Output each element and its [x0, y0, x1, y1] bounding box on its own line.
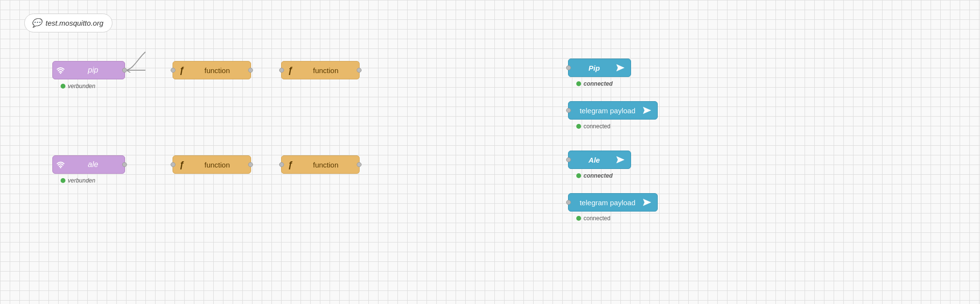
svg-marker-4: [616, 156, 624, 163]
status-label-out-tg1: connected: [584, 123, 610, 130]
status-label-ale: verbunden: [68, 177, 95, 184]
out-ale-label: Ale: [573, 156, 615, 164]
out-pip-label: Pip: [573, 64, 615, 72]
info-box: 💬 test.mosquitto.org: [24, 14, 112, 32]
mqtt-ale-output-port[interactable]: [122, 162, 127, 167]
out-ale-status: connected: [576, 172, 613, 179]
func2-top-output-port[interactable]: [357, 68, 362, 73]
out-telegram2-label: telegram payload: [573, 198, 642, 207]
out-telegram1-input-port[interactable]: [566, 108, 571, 113]
mqtt-pip-label: pip: [68, 66, 118, 75]
mqtt-ale-status: verbunden: [61, 177, 95, 184]
send-icon-pip: [615, 62, 626, 73]
function-node-2-bot[interactable]: ƒ function: [281, 155, 360, 174]
status-dot-out-tg2: [576, 216, 581, 221]
wifi-icon-ale: [53, 156, 68, 173]
svg-marker-3: [643, 107, 651, 114]
send-icon-ale: [615, 154, 626, 165]
out-pip-input-port[interactable]: [566, 65, 571, 70]
func2-top-input-port[interactable]: [279, 68, 284, 73]
function-node-1-top[interactable]: ƒ function: [173, 61, 251, 79]
status-dot-pip: [61, 84, 65, 89]
mqtt-pip-node[interactable]: pip verbunden: [52, 61, 125, 79]
svg-marker-5: [643, 199, 651, 206]
func2-bot-input-port[interactable]: [279, 162, 284, 167]
output-pip-node[interactable]: Pip connected: [568, 59, 631, 77]
status-label-out-ale: connected: [584, 172, 613, 179]
out-ale-input-port[interactable]: [566, 157, 571, 162]
function-node-2-top[interactable]: ƒ function: [281, 61, 360, 79]
status-dot-ale: [61, 178, 65, 183]
out-telegram1-status: connected: [576, 123, 610, 130]
send-icon-telegram1: [642, 105, 652, 116]
func1-top-label: function: [190, 66, 244, 75]
out-telegram2-input-port[interactable]: [566, 200, 571, 205]
output-telegram2-node[interactable]: telegram payload connected: [568, 193, 658, 212]
canvas-background: [0, 0, 980, 304]
out-telegram1-label: telegram payload: [573, 106, 642, 115]
mqtt-pip-status: verbunden: [61, 83, 95, 90]
output-ale-node[interactable]: Ale connected: [568, 151, 631, 169]
function-icon-2t: ƒ: [282, 61, 299, 79]
status-dot-out-tg1: [576, 124, 581, 129]
out-telegram2-status: connected: [576, 215, 610, 222]
function-icon-1t: ƒ: [173, 61, 190, 79]
status-dot-out-ale: [576, 173, 581, 178]
status-label-pip: verbunden: [68, 83, 95, 90]
svg-marker-2: [616, 64, 624, 71]
mqtt-ale-label: ale: [68, 160, 118, 169]
server-address: test.mosquitto.org: [46, 19, 103, 27]
func1-top-input-port[interactable]: [171, 68, 175, 73]
status-dot-out-pip: [576, 81, 581, 86]
status-label-out-pip: connected: [584, 80, 613, 87]
func2-bot-label: function: [299, 161, 352, 169]
function-icon-2b: ƒ: [282, 156, 299, 173]
wifi-icon: [53, 61, 68, 79]
func2-top-label: function: [299, 66, 352, 75]
mqtt-pip-output-port[interactable]: [122, 68, 127, 73]
mqtt-ale-node[interactable]: ale verbunden: [52, 155, 125, 174]
chat-icon: 💬: [32, 18, 42, 28]
func1-bot-label: function: [190, 161, 244, 169]
out-pip-status: connected: [576, 80, 613, 87]
func1-bot-output-port[interactable]: [248, 162, 253, 167]
func1-top-output-port[interactable]: [248, 68, 253, 73]
svg-point-0: [60, 73, 62, 74]
function-node-1-bot[interactable]: ƒ function: [173, 155, 251, 174]
func2-bot-output-port[interactable]: [357, 162, 362, 167]
function-icon-1b: ƒ: [173, 156, 190, 173]
status-label-out-tg2: connected: [584, 215, 610, 222]
func1-bot-input-port[interactable]: [171, 162, 175, 167]
send-icon-telegram2: [642, 197, 652, 208]
svg-point-1: [60, 167, 62, 168]
output-telegram1-node[interactable]: telegram payload connected: [568, 101, 658, 120]
